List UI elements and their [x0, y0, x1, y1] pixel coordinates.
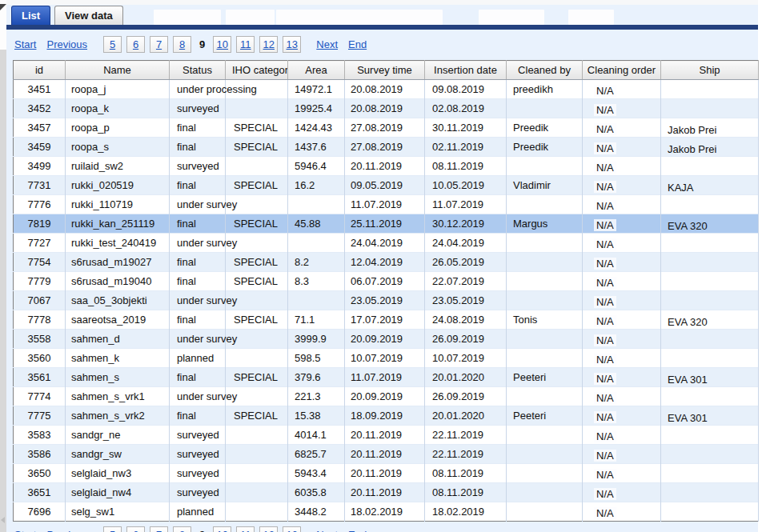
- table-row[interactable]: 7819 rukki_kan_251119 final SPECIAL 45.8…: [14, 214, 759, 234]
- page-link-13[interactable]: 13: [283, 526, 301, 532]
- ship-value: KAJA: [668, 182, 694, 194]
- cell-insertion-date: 08.11.2019: [425, 157, 507, 176]
- cell-cleaned-by: Peeteri: [507, 368, 583, 387]
- page-link-13[interactable]: 13: [283, 36, 301, 53]
- cell-cleaned-by: [507, 157, 583, 176]
- cell-status: final: [170, 272, 226, 291]
- cell-survey-time: 10.07.2019: [345, 349, 425, 368]
- page-link-6[interactable]: 6: [126, 36, 145, 53]
- page-link-label: 8: [179, 38, 185, 50]
- page-link-11[interactable]: 11: [236, 36, 255, 53]
- cell-area: 19925.4: [288, 99, 345, 118]
- page-link-12[interactable]: 12: [259, 36, 278, 53]
- page-start-link[interactable]: Start: [14, 38, 36, 50]
- cell-cleaned-by: Tonis: [507, 310, 583, 330]
- cell-id: 7775: [14, 406, 66, 426]
- cell-cleaned-by: [507, 253, 583, 272]
- cell-iho-category: SPECIAL: [226, 310, 288, 330]
- cell-id: 3457: [14, 118, 66, 138]
- cell-cleaning-order: N/A: [583, 406, 661, 426]
- cell-ship: [661, 234, 759, 253]
- page-end-link[interactable]: End: [348, 38, 367, 50]
- table-row[interactable]: 7776 rukki_110719 under survey 11.07.201…: [14, 195, 759, 214]
- table-row[interactable]: 3558 sahmen_d under survey 3999.9 20.09.…: [14, 330, 759, 349]
- table-row[interactable]: 3560 sahmen_k planned 598.5 10.07.2019 1…: [14, 349, 759, 368]
- cell-iho-category: SPECIAL: [226, 253, 288, 272]
- page-link-label: 13: [287, 38, 298, 50]
- column-header-id: id: [14, 61, 66, 80]
- table-row[interactable]: 3650 selglaid_nw3 surveyed 5943.4 20.11.…: [14, 464, 759, 483]
- page-link-7[interactable]: 7: [150, 526, 168, 532]
- cell-survey-time: 17.07.2019: [345, 310, 425, 330]
- page-link-11[interactable]: 11: [236, 526, 255, 532]
- table-row[interactable]: 3451 roopa_j under processing 14972.1 20…: [14, 80, 759, 99]
- cell-survey-time: 20.09.2019: [345, 387, 425, 406]
- cell-area: 15.38: [288, 406, 345, 426]
- cell-id: 7776: [14, 195, 66, 214]
- cell-survey-time: 11.07.2019: [345, 195, 425, 214]
- tab-list[interactable]: List: [11, 6, 50, 25]
- page-link-8[interactable]: 8: [173, 526, 191, 532]
- table-row[interactable]: 7696 selg_sw1 planned 3448.2 18.02.2019 …: [14, 502, 759, 522]
- page-previous-link[interactable]: Previous: [46, 529, 87, 532]
- page-link-8[interactable]: 8: [173, 36, 191, 53]
- page-link-5[interactable]: 5: [103, 36, 122, 53]
- table-row[interactable]: 7067 saa_05_3objekti under survey 23.05.…: [14, 291, 759, 310]
- table-row[interactable]: 3457 roopa_p final SPECIAL 1424.43 27.08…: [14, 118, 759, 138]
- cell-status: surveyed: [170, 99, 226, 118]
- cell-name: s6rusad_m19040: [66, 272, 170, 291]
- blank-field[interactable]: [568, 10, 614, 25]
- cell-iho-category: SPECIAL: [226, 176, 288, 195]
- cell-survey-time: 20.11.2019: [345, 426, 425, 445]
- page-start-link[interactable]: Start: [14, 529, 36, 532]
- page-previous-link[interactable]: Previous: [46, 38, 87, 50]
- ship-value: Jakob Prei: [668, 124, 716, 136]
- page-link-label: 7: [156, 38, 162, 50]
- table-row[interactable]: 7727 rukki_test_240419 under survey 24.0…: [14, 234, 759, 253]
- cell-ship: Jakob Prei: [661, 118, 759, 138]
- blank-field[interactable]: [479, 10, 544, 25]
- table-row[interactable]: 3583 sandgr_ne surveyed 4014.1 20.11.201…: [14, 426, 759, 445]
- cell-name: sahmen_s_vrk1: [66, 387, 170, 406]
- cell-cleaning-order: N/A: [583, 310, 661, 330]
- table-row[interactable]: 7779 s6rusad_m19040 final SPECIAL 8.3 06…: [14, 272, 759, 291]
- table-row[interactable]: 3499 ruilaid_sw2 surveyed 5946.4 20.11.2…: [14, 157, 759, 176]
- table-row[interactable]: 3651 selglaid_nw4 surveyed 6035.8 20.11.…: [14, 483, 759, 502]
- cleaning-order-value: N/A: [594, 238, 616, 250]
- page-end-link[interactable]: End: [348, 529, 367, 532]
- table-row[interactable]: 3459 roopa_s final SPECIAL 1437.6 27.08.…: [14, 138, 759, 157]
- page-link-5[interactable]: 5: [103, 526, 122, 532]
- table-row[interactable]: 3561 sahmen_s final SPECIAL 379.6 11.07.…: [14, 368, 759, 387]
- app-window: List View data StartPrevious567891011121…: [0, 0, 766, 532]
- blank-field[interactable]: [226, 10, 275, 25]
- page-link-10[interactable]: 10: [213, 526, 231, 532]
- page-link-6[interactable]: 6: [126, 526, 145, 532]
- cleaning-order-value: N/A: [594, 430, 616, 442]
- page-number-list: 5678910111213: [101, 36, 303, 53]
- table-row[interactable]: 7774 sahmen_s_vrk1 under survey 221.3 20…: [14, 387, 759, 406]
- blank-field[interactable]: [276, 10, 443, 25]
- left-splitter[interactable]: [0, 0, 6, 532]
- table-row[interactable]: 7754 s6rusad_m19027 final SPECIAL 8.2 12…: [14, 253, 759, 272]
- tab-view-data[interactable]: View data: [54, 6, 123, 25]
- page-link-10[interactable]: 10: [213, 36, 231, 53]
- page-link-7[interactable]: 7: [150, 36, 168, 53]
- table-row[interactable]: 7731 rukki_020519 final SPECIAL 16.2 09.…: [14, 176, 759, 195]
- cleaning-order-value: N/A: [594, 162, 616, 174]
- page-next-link[interactable]: Next: [316, 529, 338, 532]
- table-row[interactable]: 3452 roopa_k surveyed 19925.4 20.08.2019…: [14, 99, 759, 118]
- table-row[interactable]: 7778 saareotsa_2019 final SPECIAL 71.1 1…: [14, 310, 759, 330]
- ship-value: Jakob Prei: [668, 143, 716, 155]
- page-link-12[interactable]: 12: [259, 526, 278, 532]
- page-link-label: 10: [217, 38, 228, 50]
- cell-ship: [661, 195, 759, 214]
- page-next-link[interactable]: Next: [316, 38, 338, 50]
- table-row[interactable]: 3586 sandgr_sw surveyed 6825.7 20.11.201…: [14, 445, 759, 464]
- cell-iho-category: [226, 464, 288, 483]
- blank-field[interactable]: [154, 10, 221, 25]
- table-row[interactable]: 7775 sahmen_s_vrk2 final SPECIAL 15.38 1…: [14, 406, 759, 426]
- cell-name: ruilaid_sw2: [66, 157, 170, 176]
- cell-cleaned-by: [507, 426, 583, 445]
- cell-name: selglaid_nw4: [66, 483, 170, 502]
- cell-status: surveyed: [170, 445, 226, 464]
